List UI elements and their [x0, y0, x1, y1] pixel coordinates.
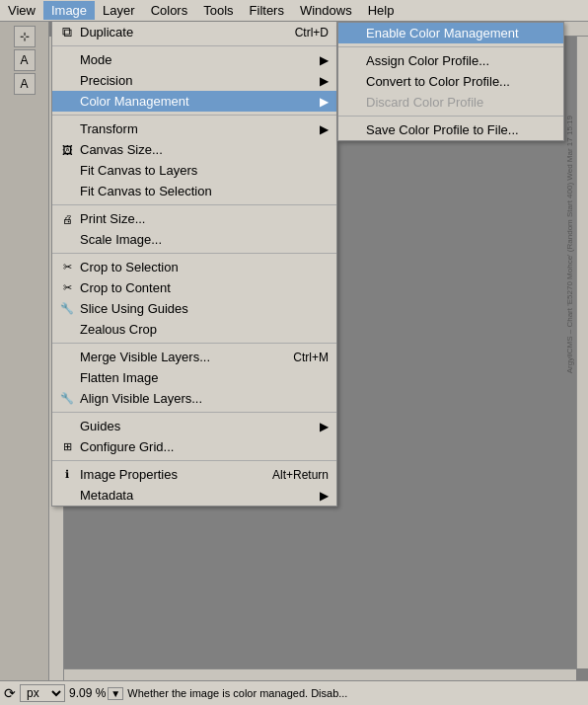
status-message: Whether the image is color managed. Disa… — [127, 687, 347, 699]
zoom-value: 9.09 % — [69, 686, 106, 700]
menu-item-save-profile[interactable]: Save Color Profile to File... — [338, 119, 563, 140]
print-icon: 🖨 — [58, 210, 76, 228]
separator-1 — [52, 45, 336, 46]
arrow-icon: ▶ — [320, 489, 329, 503]
align-icon: 🔧 — [58, 390, 76, 408]
info-icon: ℹ — [58, 466, 76, 484]
menu-item-align-layers[interactable]: 🔧 Align Visible Layers... — [52, 388, 336, 409]
menu-help[interactable]: Help — [360, 1, 403, 20]
separator-cm-1 — [338, 46, 563, 47]
menu-item-image-props[interactable]: ℹ Image Properties Alt+Return — [52, 464, 336, 485]
menu-windows[interactable]: Windows — [292, 1, 360, 20]
canvas-icon: 🖼 — [58, 141, 76, 159]
unit-select[interactable]: px mm in — [20, 684, 65, 702]
separator-4 — [52, 253, 336, 254]
separator-5 — [52, 343, 336, 344]
arrow-icon: ▶ — [320, 74, 329, 88]
menu-view[interactable]: View — [0, 1, 43, 20]
toolbox: ⊹ A A — [0, 22, 49, 680]
menu-item-canvas-size[interactable]: 🖼 Canvas Size... — [52, 139, 336, 160]
menu-item-metadata[interactable]: Metadata ▶ — [52, 485, 336, 506]
separator-7 — [52, 460, 336, 461]
scrollbar-vertical[interactable] — [576, 37, 588, 668]
separator-3 — [52, 204, 336, 205]
menu-item-print-size[interactable]: 🖨 Print Size... — [52, 208, 336, 229]
arrow-icon: ▶ — [320, 420, 329, 433]
status-bar: ⟳ px mm in 9.09 % ▼ Whether the image is… — [0, 680, 588, 705]
menu-item-enable-color-mgmt[interactable]: Enable Color Management — [338, 23, 563, 43]
menu-image[interactable]: Image — [43, 1, 95, 20]
grid-icon: ⊞ — [58, 438, 76, 456]
menu-item-assign-profile[interactable]: Assign Color Profile... — [338, 50, 563, 71]
menu-item-slice-guides[interactable]: 🔧 Slice Using Guides — [52, 298, 336, 319]
menu-item-crop-content[interactable]: ✂ Crop to Content — [52, 277, 336, 298]
menu-item-transform[interactable]: Transform ▶ — [52, 118, 336, 139]
menu-item-fit-selection[interactable]: Fit Canvas to Selection — [52, 181, 336, 201]
menu-item-mode[interactable]: Mode ▶ — [52, 49, 336, 70]
menu-layer[interactable]: Layer — [95, 1, 143, 20]
tool-btn-3[interactable]: A — [14, 73, 36, 95]
zoom-display: 9.09 % ▼ — [69, 686, 123, 700]
menu-item-scale-image[interactable]: Scale Image... — [52, 229, 336, 250]
scrollbar-horizontal[interactable] — [64, 668, 576, 680]
menu-item-precision[interactable]: Precision ▶ — [52, 70, 336, 91]
menu-bar: View Image Layer Colors Tools Filters Wi… — [0, 0, 588, 22]
menu-item-flatten[interactable]: Flatten Image — [52, 367, 336, 388]
separator-cm-2 — [338, 116, 563, 117]
menu-item-crop-selection[interactable]: ✂ Crop to Selection — [52, 257, 336, 277]
crop2-icon: ✂ — [58, 279, 76, 297]
menu-filters[interactable]: Filters — [242, 1, 292, 20]
separator-6 — [52, 412, 336, 413]
menu-item-zealous-crop[interactable]: Zealous Crop — [52, 319, 336, 340]
zoom-dropdown-arrow[interactable]: ▼ — [108, 687, 123, 700]
color-mgmt-submenu: Enable Color Management Assign Color Pro… — [337, 22, 564, 141]
arrow-icon: ▶ — [320, 122, 329, 136]
palette-label: ArgyllCMS – Chart 'E5270 Mohce' (Random … — [565, 116, 574, 373]
menu-colors[interactable]: Colors — [143, 1, 196, 20]
crop-icon: ✂ — [58, 259, 76, 276]
menu-item-guides[interactable]: Guides ▶ — [52, 416, 336, 436]
menu-item-color-mgmt[interactable]: Color Management ▶ — [52, 91, 336, 112]
menu-item-fit-layers[interactable]: Fit Canvas to Layers — [52, 160, 336, 181]
menu-item-duplicate[interactable]: ⧉ Duplicate Ctrl+D — [52, 22, 336, 42]
separator-2 — [52, 115, 336, 116]
slice-icon: 🔧 — [58, 300, 76, 318]
status-icon: ⟳ — [4, 685, 16, 701]
arrow-icon: ▶ — [320, 95, 329, 109]
menu-item-configure-grid[interactable]: ⊞ Configure Grid... — [52, 436, 336, 457]
image-dropdown-menu: ⧉ Duplicate Ctrl+D Mode ▶ Precision ▶ Co… — [51, 22, 337, 507]
duplicate-icon: ⧉ — [58, 24, 76, 41]
menu-item-discard-profile: Discard Color Profile — [338, 92, 563, 113]
tool-btn-1[interactable]: ⊹ — [14, 26, 36, 47]
menu-item-merge-layers[interactable]: Merge Visible Layers... Ctrl+M — [52, 347, 336, 367]
tool-btn-2[interactable]: A — [14, 49, 36, 71]
arrow-icon: ▶ — [320, 53, 329, 67]
menu-tools[interactable]: Tools — [195, 1, 241, 20]
menu-item-convert-profile[interactable]: Convert to Color Profile... — [338, 71, 563, 92]
